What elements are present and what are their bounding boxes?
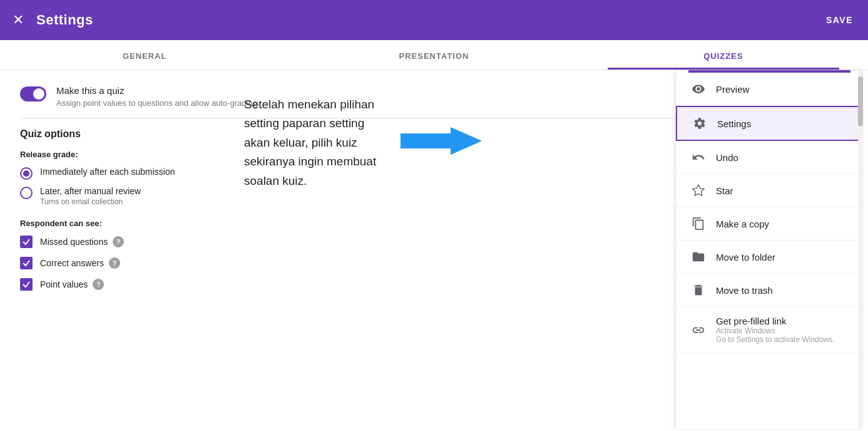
scrollbar-thumb[interactable] xyxy=(858,76,863,127)
dropdown-label-settings: Settings xyxy=(717,118,751,129)
checkbox-missed-label: Missed questions ? xyxy=(40,236,124,247)
dropdown-label-preview: Preview xyxy=(716,84,749,95)
dropdown-label-undo: Undo xyxy=(716,152,738,163)
checkmark-icon xyxy=(22,237,31,246)
dropdown-menu: Preview Settings Undo Star xyxy=(675,70,863,428)
blue-arrow xyxy=(401,124,482,161)
checkbox-point-values-box xyxy=(20,278,33,291)
trash-icon xyxy=(691,283,706,298)
save-button[interactable]: SAVE xyxy=(826,15,853,25)
radio-immediately-label: Immediately after each submission xyxy=(40,167,175,177)
dropdown-item-preview[interactable]: Preview xyxy=(676,73,863,106)
dropdown-prefilled-text: Get pre-filled link Activate WindowsGo t… xyxy=(716,316,834,344)
checkbox-point-values-label: Point values ? xyxy=(40,279,104,290)
gear-icon xyxy=(692,116,707,131)
undo-icon xyxy=(691,150,706,165)
header: ✕ Settings SAVE xyxy=(0,0,868,40)
radio-immediately-circle xyxy=(20,167,33,180)
help-icon-correct[interactable]: ? xyxy=(109,257,120,269)
dropdown-item-undo[interactable]: Undo xyxy=(676,141,863,174)
quiz-toggle-subtitle: Assign point values to questions and all… xyxy=(56,98,260,108)
close-button[interactable]: ✕ xyxy=(13,12,24,28)
dropdown-label-move-folder: Move to folder xyxy=(716,252,775,262)
main-content: Make this a quiz Assign point values to … xyxy=(0,70,868,428)
tab-general[interactable]: GENERAL xyxy=(0,40,289,70)
dropdown-item-star[interactable]: Star xyxy=(676,174,863,207)
checkmark-icon-points xyxy=(22,280,31,289)
checkbox-missed-box xyxy=(20,236,33,248)
tab-quizzes[interactable]: QUIZZES xyxy=(579,40,868,70)
dropdown-item-settings[interactable]: Settings xyxy=(676,106,863,141)
dropdown-item-move-trash[interactable]: Move to trash xyxy=(676,274,863,307)
checkbox-correct-box xyxy=(20,257,33,269)
annotation-text: Setelah menekan pilihan setting paparan … xyxy=(244,95,391,190)
copy-icon xyxy=(691,216,706,231)
svg-marker-0 xyxy=(401,127,482,155)
dropdown-label-star: Star xyxy=(716,185,733,196)
svg-marker-1 xyxy=(693,185,704,195)
annotation-area: Setelah menekan pilihan setting paparan … xyxy=(244,95,482,190)
quiz-toggle-title: Make this a quiz xyxy=(56,85,260,96)
radio-later-circle xyxy=(20,187,33,199)
toggle-thumb xyxy=(33,88,44,100)
tab-presentation[interactable]: PRESENTATION xyxy=(289,40,578,70)
radio-later-label: Later, after manual review Turns on emai… xyxy=(40,186,141,206)
dropdown-item-make-copy[interactable]: Make a copy xyxy=(676,207,863,241)
folder-icon xyxy=(691,249,706,264)
checkbox-correct-label: Correct answers ? xyxy=(40,257,120,269)
scrollbar[interactable] xyxy=(858,70,863,428)
quiz-toggle-text: Make this a quiz Assign point values to … xyxy=(56,85,260,108)
tabs-bar: GENERAL PRESENTATION QUIZZES xyxy=(0,40,868,70)
arrow-svg xyxy=(401,124,482,158)
help-icon-missed[interactable]: ? xyxy=(113,236,124,247)
star-icon xyxy=(691,183,706,198)
quiz-toggle[interactable] xyxy=(20,86,46,101)
header-title: Settings xyxy=(36,12,93,28)
annotation-container: Setelah menekan pilihan setting paparan … xyxy=(244,95,482,190)
dropdown-item-move-folder[interactable]: Move to folder xyxy=(676,241,863,274)
help-icon-points[interactable]: ? xyxy=(93,279,104,290)
dropdown-label-move-trash: Move to trash xyxy=(716,285,773,296)
dropdown-item-prefilled[interactable]: Get pre-filled link Activate WindowsGo t… xyxy=(676,307,863,353)
dropdown-top-bar xyxy=(688,70,850,73)
checkmark-icon-correct xyxy=(22,259,31,267)
dropdown-label-make-copy: Make a copy xyxy=(716,219,769,229)
eye-icon xyxy=(691,81,706,96)
link-icon xyxy=(691,323,706,338)
